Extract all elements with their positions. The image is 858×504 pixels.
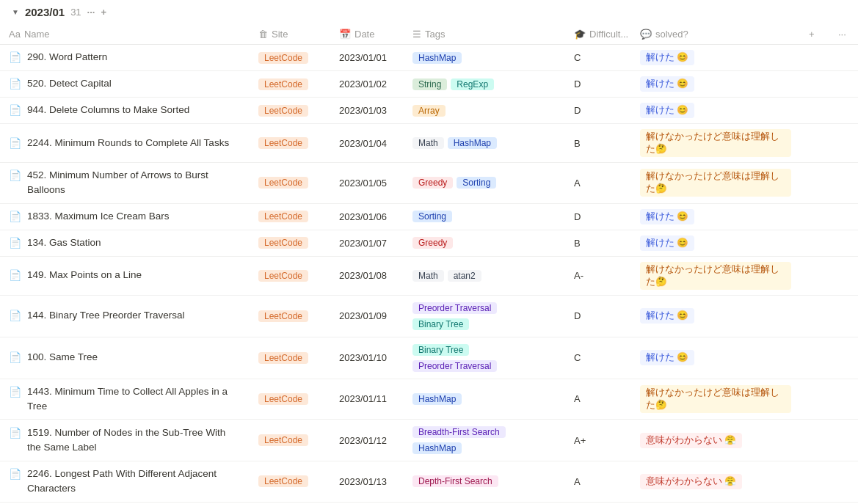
site-tag[interactable]: LeetCode bbox=[258, 310, 308, 322]
collapse-triangle[interactable]: ▼ bbox=[12, 8, 19, 16]
row-plus[interactable] bbox=[800, 163, 829, 204]
tag-item[interactable]: Binary Tree bbox=[412, 344, 469, 356]
doc-icon: 📄 bbox=[9, 351, 21, 363]
tag-item[interactable]: Greedy bbox=[412, 177, 453, 189]
row-dots[interactable] bbox=[829, 163, 858, 204]
table-row: 📄1833. Maximum Ice Cream BarsLeetCode202… bbox=[0, 203, 858, 230]
group-plus[interactable]: + bbox=[101, 7, 106, 18]
tag-item[interactable]: Sorting bbox=[412, 211, 452, 222]
row-dots[interactable] bbox=[829, 337, 858, 379]
row-plus[interactable] bbox=[800, 379, 829, 420]
row-dots[interactable] bbox=[829, 461, 858, 503]
site-cell[interactable]: LeetCode bbox=[250, 45, 330, 71]
site-cell[interactable]: LeetCode bbox=[250, 379, 330, 420]
site-tag[interactable]: LeetCode bbox=[258, 393, 308, 405]
name-cell[interactable]: 📄144. Binary Tree Preorder Traversal bbox=[0, 295, 250, 337]
group-dots[interactable]: ··· bbox=[87, 7, 95, 18]
row-plus[interactable] bbox=[800, 420, 829, 461]
row-plus[interactable] bbox=[800, 295, 829, 337]
tag-item[interactable]: Greedy bbox=[412, 237, 453, 249]
name-cell[interactable]: 📄1833. Maximum Ice Cream Bars bbox=[0, 203, 250, 230]
row-dots[interactable] bbox=[829, 71, 858, 98]
tag-item[interactable]: HashMap bbox=[412, 393, 462, 405]
row-dots[interactable] bbox=[829, 98, 858, 124]
name-cell[interactable]: 📄290. Word Pattern bbox=[0, 45, 250, 71]
tag-item[interactable]: Sorting bbox=[457, 177, 496, 189]
solved-cell: 解けた 😊 bbox=[631, 98, 800, 124]
site-tag[interactable]: LeetCode bbox=[258, 475, 308, 487]
site-cell[interactable]: LeetCode bbox=[250, 256, 330, 295]
tag-item[interactable]: Breadth-First Search bbox=[412, 426, 506, 438]
site-cell[interactable]: LeetCode bbox=[250, 295, 330, 337]
col-header-solved: 💬 solved? bbox=[631, 24, 800, 45]
name-cell[interactable]: 📄2244. Minimum Rounds to Complete All Ta… bbox=[0, 124, 250, 163]
site-tag[interactable]: LeetCode bbox=[258, 105, 308, 117]
tag-item[interactable]: atan2 bbox=[448, 270, 481, 282]
row-plus[interactable] bbox=[800, 230, 829, 256]
tag-item[interactable]: HashMap bbox=[412, 52, 462, 64]
tag-item[interactable]: Math bbox=[412, 137, 444, 149]
name-cell[interactable]: 📄1519. Number of Nodes in the Sub-Tree W… bbox=[0, 420, 250, 461]
row-dots[interactable] bbox=[829, 420, 858, 461]
site-tag[interactable]: LeetCode bbox=[258, 434, 308, 446]
name-cell[interactable]: 📄134. Gas Station bbox=[0, 230, 250, 256]
difficulty-value: C bbox=[574, 52, 581, 63]
name-cell[interactable]: 📄520. Detect Capital bbox=[0, 71, 250, 98]
site-tag[interactable]: LeetCode bbox=[258, 137, 308, 149]
site-cell[interactable]: LeetCode bbox=[250, 337, 330, 379]
row-plus[interactable] bbox=[800, 71, 829, 98]
site-cell[interactable]: LeetCode bbox=[250, 163, 330, 204]
site-cell[interactable]: LeetCode bbox=[250, 71, 330, 98]
row-plus[interactable] bbox=[800, 337, 829, 379]
site-tag[interactable]: LeetCode bbox=[258, 52, 308, 64]
difficulty-cell: B bbox=[565, 230, 631, 256]
site-cell[interactable]: LeetCode bbox=[250, 461, 330, 503]
problem-name: 134. Gas Station bbox=[27, 235, 101, 250]
col-header-plus[interactable]: + bbox=[800, 24, 829, 45]
site-tag[interactable]: LeetCode bbox=[258, 211, 308, 222]
row-plus[interactable] bbox=[800, 45, 829, 71]
name-cell[interactable]: 📄452. Minimum Number of Arrows to Burst … bbox=[0, 163, 250, 204]
site-cell[interactable]: LeetCode bbox=[250, 124, 330, 163]
tag-item[interactable]: Preorder Traversal bbox=[412, 360, 497, 372]
tag-item[interactable]: HashMap bbox=[412, 442, 462, 454]
site-cell[interactable]: LeetCode bbox=[250, 98, 330, 124]
site-tag[interactable]: LeetCode bbox=[258, 270, 308, 282]
site-tag[interactable]: LeetCode bbox=[258, 352, 308, 364]
tag-item[interactable]: Array bbox=[412, 105, 446, 117]
site-cell[interactable]: LeetCode bbox=[250, 420, 330, 461]
site-tag[interactable]: LeetCode bbox=[258, 78, 308, 90]
row-plus[interactable] bbox=[800, 256, 829, 295]
row-dots[interactable] bbox=[829, 124, 858, 163]
row-plus[interactable] bbox=[800, 124, 829, 163]
row-plus[interactable] bbox=[800, 203, 829, 230]
row-plus[interactable] bbox=[800, 461, 829, 503]
row-plus[interactable] bbox=[800, 98, 829, 124]
tag-item[interactable]: Binary Tree bbox=[412, 318, 469, 330]
tag-item[interactable]: String bbox=[412, 78, 447, 90]
tag-item[interactable]: Math bbox=[412, 270, 444, 282]
row-dots[interactable] bbox=[829, 203, 858, 230]
tag-item[interactable]: Depth-First Search bbox=[412, 475, 498, 487]
row-dots[interactable] bbox=[829, 45, 858, 71]
row-dots[interactable] bbox=[829, 379, 858, 420]
name-cell[interactable]: 📄2246. Longest Path With Different Adjac… bbox=[0, 461, 250, 503]
row-dots[interactable] bbox=[829, 295, 858, 337]
row-dots[interactable] bbox=[829, 256, 858, 295]
site-cell[interactable]: LeetCode bbox=[250, 230, 330, 256]
name-cell[interactable]: 📄944. Delete Columns to Make Sorted bbox=[0, 98, 250, 124]
site-tag[interactable]: LeetCode bbox=[258, 177, 308, 189]
col-header-more[interactable]: ··· bbox=[829, 24, 858, 45]
tag-item[interactable]: RegExp bbox=[451, 78, 494, 90]
site-cell[interactable]: LeetCode bbox=[250, 203, 330, 230]
date-cell: 2023/01/08 bbox=[330, 256, 404, 295]
solved-badge: 解けた 😊 bbox=[640, 76, 694, 92]
name-cell[interactable]: 📄149. Max Points on a Line bbox=[0, 256, 250, 295]
name-cell[interactable]: 📄100. Same Tree bbox=[0, 337, 250, 379]
date-cell: 2023/01/04 bbox=[330, 124, 404, 163]
site-tag[interactable]: LeetCode bbox=[258, 237, 308, 249]
row-dots[interactable] bbox=[829, 230, 858, 256]
tag-item[interactable]: Preorder Traversal bbox=[412, 302, 497, 314]
name-cell[interactable]: 📄1443. Minimum Time to Collect All Apple… bbox=[0, 379, 250, 420]
tag-item[interactable]: HashMap bbox=[448, 137, 497, 149]
